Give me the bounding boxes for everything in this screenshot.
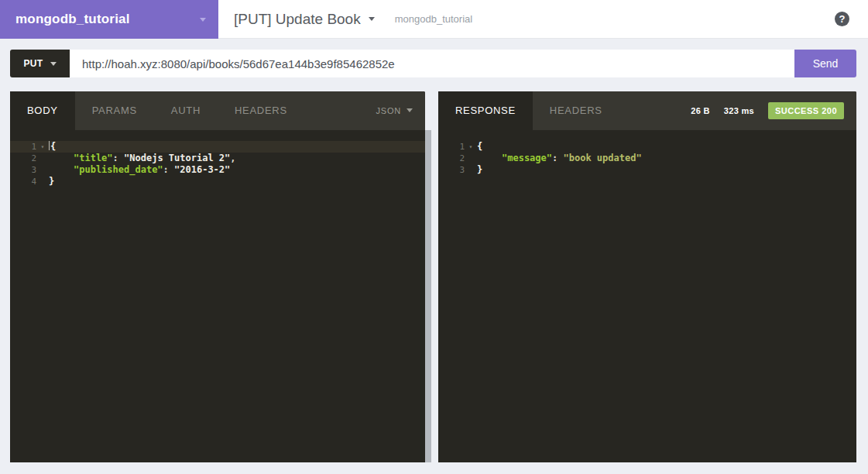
line-number: 4	[10, 176, 36, 187]
chevron-down-icon	[407, 108, 413, 115]
line-number: 3	[10, 164, 36, 176]
send-button[interactable]: Send	[794, 50, 856, 77]
code-line: 2"message": "book updated"	[438, 153, 856, 164]
code-line[interactable]: 2"title": "Nodejs Tutorial 2",	[10, 153, 425, 164]
code-text: "published_date": "2016-3-2"	[49, 164, 230, 176]
status-badge: SUCCESS 200	[768, 102, 844, 119]
tab-body[interactable]: BODY	[10, 91, 75, 130]
code-line[interactable]: 4}	[10, 176, 425, 187]
code-text: "message": "book updated"	[477, 153, 642, 164]
response-tabbar: RESPONSEHEADERS 26 B 323 ms SUCCESS 200	[438, 91, 856, 130]
request-tabs: BODYPARAMSAUTHHEADERS	[10, 91, 304, 130]
method-dropdown[interactable]: PUT	[10, 50, 70, 77]
line-number: 2	[10, 153, 36, 164]
tab-headers[interactable]: HEADERS	[533, 91, 619, 130]
chevron-down-icon	[200, 18, 206, 25]
fold-spacer	[36, 176, 49, 187]
code-text: {	[49, 141, 56, 153]
fold-icon[interactable]: ▾	[465, 141, 477, 153]
workspace-selector[interactable]: mongodb_tutorial	[0, 0, 218, 39]
line-number: 1	[10, 141, 36, 153]
code-line[interactable]: 3"published_date": "2016-3-2"	[10, 164, 425, 176]
url-input[interactable]	[70, 50, 794, 77]
chevron-down-icon	[369, 17, 375, 24]
tab-auth[interactable]: AUTH	[154, 91, 218, 130]
request-tabbar: BODYPARAMSAUTHHEADERS JSON	[10, 91, 425, 130]
token-key: "title"	[74, 153, 113, 163]
response-tabs: RESPONSEHEADERS	[438, 91, 619, 130]
scrollbar[interactable]	[425, 130, 431, 462]
code-line[interactable]: 1▾{	[10, 141, 425, 153]
token-key: "published_date"	[74, 164, 163, 175]
format-selector[interactable]: JSON	[376, 106, 413, 115]
line-number: 2	[438, 153, 465, 164]
code-text: {	[477, 141, 482, 153]
app-header: mongodb_tutorial [PUT] Update Book mongo…	[0, 0, 868, 39]
fold-spacer	[465, 153, 477, 164]
fold-icon[interactable]: ▾	[36, 141, 49, 153]
fold-spacer	[465, 164, 477, 176]
token-punct: ,	[230, 153, 235, 163]
workspace-name: mongodb_tutorial	[15, 12, 130, 27]
code-text: }	[49, 176, 54, 187]
token-brace: }	[49, 176, 54, 187]
token-brace: {	[50, 141, 56, 152]
request-body-editor[interactable]: 1▾{2"title": "Nodejs Tutorial 2",3"publi…	[10, 130, 425, 187]
response-time: 323 ms	[724, 106, 754, 115]
token-brace: }	[477, 164, 482, 175]
text-cursor	[49, 141, 50, 150]
request-title-dropdown[interactable]: [PUT] Update Book	[234, 11, 375, 28]
token-punct: :	[113, 153, 124, 163]
request-title: [PUT] Update Book	[234, 11, 361, 28]
token-str: "2016-3-2"	[174, 164, 230, 175]
token-punct: :	[163, 164, 174, 175]
code-line: 3}	[438, 164, 856, 176]
fold-spacer	[36, 164, 49, 176]
request-bar: PUT Send	[10, 50, 856, 77]
help-icon[interactable]: ?	[835, 12, 849, 26]
method-label: PUT	[23, 58, 43, 69]
response-panel: RESPONSEHEADERS 26 B 323 ms SUCCESS 200 …	[438, 91, 856, 462]
workspace-breadcrumb: mongodb_tutorial	[395, 13, 472, 25]
fold-spacer	[36, 153, 49, 164]
token-strg: "book updated"	[563, 153, 641, 163]
chevron-down-icon	[50, 62, 57, 69]
token-punct: :	[552, 153, 563, 163]
code-text: "title": "Nodejs Tutorial 2",	[49, 153, 236, 164]
tab-headers[interactable]: HEADERS	[218, 91, 304, 130]
response-size: 26 B	[691, 106, 709, 115]
format-label: JSON	[376, 106, 401, 115]
request-panel: BODYPARAMSAUTHHEADERS JSON 1▾{2"title": …	[10, 91, 425, 462]
tab-response[interactable]: RESPONSE	[438, 91, 533, 130]
response-body-viewer: 1▾{2"message": "book updated"3}	[438, 130, 856, 176]
token-key: "message"	[502, 153, 552, 163]
token-str: "Nodejs Tutorial 2"	[124, 153, 230, 163]
token-brace: {	[477, 141, 482, 152]
code-text: }	[477, 164, 482, 176]
code-line: 1▾{	[438, 141, 856, 153]
line-number: 1	[438, 141, 465, 153]
tab-params[interactable]: PARAMS	[75, 91, 154, 130]
line-number: 3	[438, 164, 465, 176]
